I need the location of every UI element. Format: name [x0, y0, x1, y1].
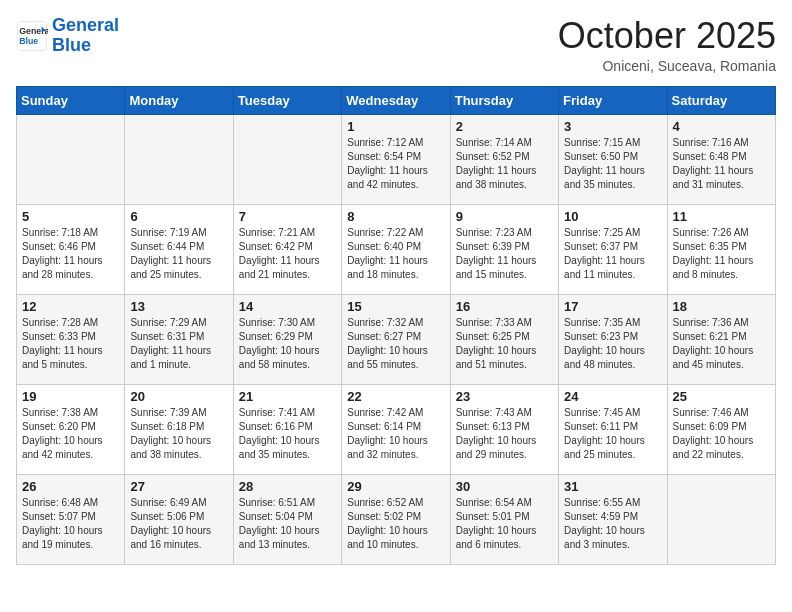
column-header-wednesday: Wednesday: [342, 86, 450, 114]
calendar-cell: 25Sunrise: 7:46 AM Sunset: 6:09 PM Dayli…: [667, 384, 775, 474]
day-number: 19: [22, 389, 119, 404]
column-header-sunday: Sunday: [17, 86, 125, 114]
column-header-friday: Friday: [559, 86, 667, 114]
day-number: 20: [130, 389, 227, 404]
day-number: 28: [239, 479, 336, 494]
calendar-cell: 3Sunrise: 7:15 AM Sunset: 6:50 PM Daylig…: [559, 114, 667, 204]
day-number: 3: [564, 119, 661, 134]
logo: General Blue GeneralBlue: [16, 16, 119, 56]
day-number: 23: [456, 389, 553, 404]
day-info: Sunrise: 7:41 AM Sunset: 6:16 PM Dayligh…: [239, 406, 336, 462]
day-number: 6: [130, 209, 227, 224]
calendar-cell: [17, 114, 125, 204]
day-info: Sunrise: 7:32 AM Sunset: 6:27 PM Dayligh…: [347, 316, 444, 372]
calendar-cell: [125, 114, 233, 204]
calendar-cell: 11Sunrise: 7:26 AM Sunset: 6:35 PM Dayli…: [667, 204, 775, 294]
day-number: 2: [456, 119, 553, 134]
calendar-cell: [233, 114, 341, 204]
day-number: 11: [673, 209, 770, 224]
day-info: Sunrise: 7:29 AM Sunset: 6:31 PM Dayligh…: [130, 316, 227, 372]
day-info: Sunrise: 7:46 AM Sunset: 6:09 PM Dayligh…: [673, 406, 770, 462]
day-number: 4: [673, 119, 770, 134]
calendar-cell: 9Sunrise: 7:23 AM Sunset: 6:39 PM Daylig…: [450, 204, 558, 294]
logo-text: GeneralBlue: [52, 16, 119, 56]
calendar-cell: 15Sunrise: 7:32 AM Sunset: 6:27 PM Dayli…: [342, 294, 450, 384]
day-info: Sunrise: 7:14 AM Sunset: 6:52 PM Dayligh…: [456, 136, 553, 192]
column-header-tuesday: Tuesday: [233, 86, 341, 114]
day-info: Sunrise: 7:28 AM Sunset: 6:33 PM Dayligh…: [22, 316, 119, 372]
calendar-cell: 24Sunrise: 7:45 AM Sunset: 6:11 PM Dayli…: [559, 384, 667, 474]
day-info: Sunrise: 6:49 AM Sunset: 5:06 PM Dayligh…: [130, 496, 227, 552]
day-info: Sunrise: 6:54 AM Sunset: 5:01 PM Dayligh…: [456, 496, 553, 552]
day-info: Sunrise: 7:19 AM Sunset: 6:44 PM Dayligh…: [130, 226, 227, 282]
day-number: 27: [130, 479, 227, 494]
day-number: 7: [239, 209, 336, 224]
calendar-week-row: 19Sunrise: 7:38 AM Sunset: 6:20 PM Dayli…: [17, 384, 776, 474]
day-info: Sunrise: 7:25 AM Sunset: 6:37 PM Dayligh…: [564, 226, 661, 282]
location: Oniceni, Suceava, Romania: [558, 58, 776, 74]
day-info: Sunrise: 7:33 AM Sunset: 6:25 PM Dayligh…: [456, 316, 553, 372]
calendar-cell: 21Sunrise: 7:41 AM Sunset: 6:16 PM Dayli…: [233, 384, 341, 474]
calendar-cell: 12Sunrise: 7:28 AM Sunset: 6:33 PM Dayli…: [17, 294, 125, 384]
calendar-cell: 6Sunrise: 7:19 AM Sunset: 6:44 PM Daylig…: [125, 204, 233, 294]
day-info: Sunrise: 7:16 AM Sunset: 6:48 PM Dayligh…: [673, 136, 770, 192]
calendar-week-row: 1Sunrise: 7:12 AM Sunset: 6:54 PM Daylig…: [17, 114, 776, 204]
calendar-cell: 14Sunrise: 7:30 AM Sunset: 6:29 PM Dayli…: [233, 294, 341, 384]
day-number: 16: [456, 299, 553, 314]
day-info: Sunrise: 7:45 AM Sunset: 6:11 PM Dayligh…: [564, 406, 661, 462]
calendar-cell: 30Sunrise: 6:54 AM Sunset: 5:01 PM Dayli…: [450, 474, 558, 564]
calendar-cell: 29Sunrise: 6:52 AM Sunset: 5:02 PM Dayli…: [342, 474, 450, 564]
day-info: Sunrise: 7:23 AM Sunset: 6:39 PM Dayligh…: [456, 226, 553, 282]
column-header-thursday: Thursday: [450, 86, 558, 114]
day-info: Sunrise: 6:48 AM Sunset: 5:07 PM Dayligh…: [22, 496, 119, 552]
day-info: Sunrise: 7:36 AM Sunset: 6:21 PM Dayligh…: [673, 316, 770, 372]
month-title: October 2025: [558, 16, 776, 56]
day-number: 5: [22, 209, 119, 224]
calendar-week-row: 26Sunrise: 6:48 AM Sunset: 5:07 PM Dayli…: [17, 474, 776, 564]
calendar-cell: 13Sunrise: 7:29 AM Sunset: 6:31 PM Dayli…: [125, 294, 233, 384]
day-info: Sunrise: 6:51 AM Sunset: 5:04 PM Dayligh…: [239, 496, 336, 552]
day-number: 31: [564, 479, 661, 494]
day-number: 26: [22, 479, 119, 494]
calendar-cell: 18Sunrise: 7:36 AM Sunset: 6:21 PM Dayli…: [667, 294, 775, 384]
day-number: 10: [564, 209, 661, 224]
column-header-monday: Monday: [125, 86, 233, 114]
day-number: 1: [347, 119, 444, 134]
calendar-header-row: SundayMondayTuesdayWednesdayThursdayFrid…: [17, 86, 776, 114]
page-header: General Blue GeneralBlue October 2025 On…: [16, 16, 776, 74]
day-number: 8: [347, 209, 444, 224]
calendar-cell: 19Sunrise: 7:38 AM Sunset: 6:20 PM Dayli…: [17, 384, 125, 474]
svg-text:General: General: [19, 26, 48, 36]
calendar-cell: 20Sunrise: 7:39 AM Sunset: 6:18 PM Dayli…: [125, 384, 233, 474]
day-number: 17: [564, 299, 661, 314]
day-number: 25: [673, 389, 770, 404]
day-info: Sunrise: 6:52 AM Sunset: 5:02 PM Dayligh…: [347, 496, 444, 552]
calendar-week-row: 5Sunrise: 7:18 AM Sunset: 6:46 PM Daylig…: [17, 204, 776, 294]
calendar-cell: 27Sunrise: 6:49 AM Sunset: 5:06 PM Dayli…: [125, 474, 233, 564]
day-info: Sunrise: 6:55 AM Sunset: 4:59 PM Dayligh…: [564, 496, 661, 552]
calendar-cell: 28Sunrise: 6:51 AM Sunset: 5:04 PM Dayli…: [233, 474, 341, 564]
day-number: 22: [347, 389, 444, 404]
calendar-cell: 26Sunrise: 6:48 AM Sunset: 5:07 PM Dayli…: [17, 474, 125, 564]
day-info: Sunrise: 7:39 AM Sunset: 6:18 PM Dayligh…: [130, 406, 227, 462]
day-info: Sunrise: 7:18 AM Sunset: 6:46 PM Dayligh…: [22, 226, 119, 282]
calendar-cell: 8Sunrise: 7:22 AM Sunset: 6:40 PM Daylig…: [342, 204, 450, 294]
calendar-cell: 17Sunrise: 7:35 AM Sunset: 6:23 PM Dayli…: [559, 294, 667, 384]
day-number: 29: [347, 479, 444, 494]
day-info: Sunrise: 7:35 AM Sunset: 6:23 PM Dayligh…: [564, 316, 661, 372]
day-info: Sunrise: 7:42 AM Sunset: 6:14 PM Dayligh…: [347, 406, 444, 462]
day-number: 14: [239, 299, 336, 314]
day-number: 13: [130, 299, 227, 314]
day-number: 24: [564, 389, 661, 404]
day-info: Sunrise: 7:15 AM Sunset: 6:50 PM Dayligh…: [564, 136, 661, 192]
day-number: 30: [456, 479, 553, 494]
day-info: Sunrise: 7:26 AM Sunset: 6:35 PM Dayligh…: [673, 226, 770, 282]
calendar-cell: 1Sunrise: 7:12 AM Sunset: 6:54 PM Daylig…: [342, 114, 450, 204]
day-info: Sunrise: 7:21 AM Sunset: 6:42 PM Dayligh…: [239, 226, 336, 282]
calendar-cell: 7Sunrise: 7:21 AM Sunset: 6:42 PM Daylig…: [233, 204, 341, 294]
svg-text:Blue: Blue: [19, 36, 38, 46]
day-info: Sunrise: 7:12 AM Sunset: 6:54 PM Dayligh…: [347, 136, 444, 192]
day-number: 15: [347, 299, 444, 314]
title-block: October 2025 Oniceni, Suceava, Romania: [558, 16, 776, 74]
day-info: Sunrise: 7:43 AM Sunset: 6:13 PM Dayligh…: [456, 406, 553, 462]
